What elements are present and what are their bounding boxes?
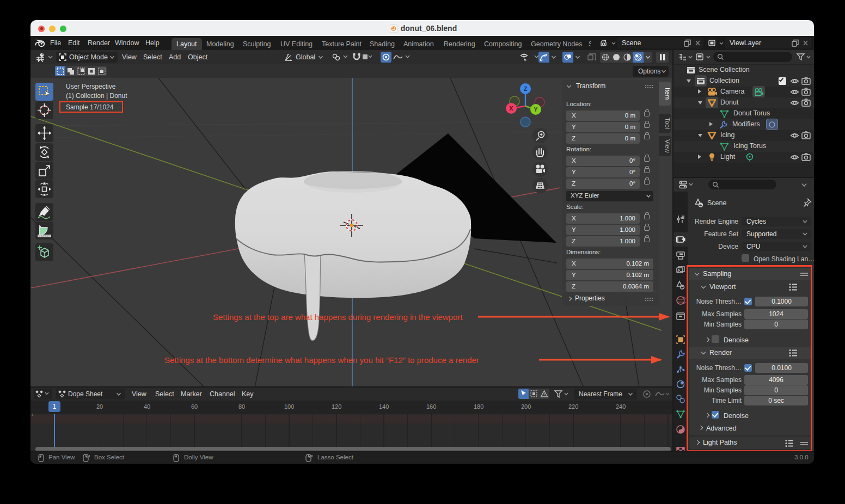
svg-text:Y: Y — [534, 106, 538, 113]
svg-text:X: X — [509, 105, 513, 112]
svg-text:Z: Z — [524, 85, 528, 92]
